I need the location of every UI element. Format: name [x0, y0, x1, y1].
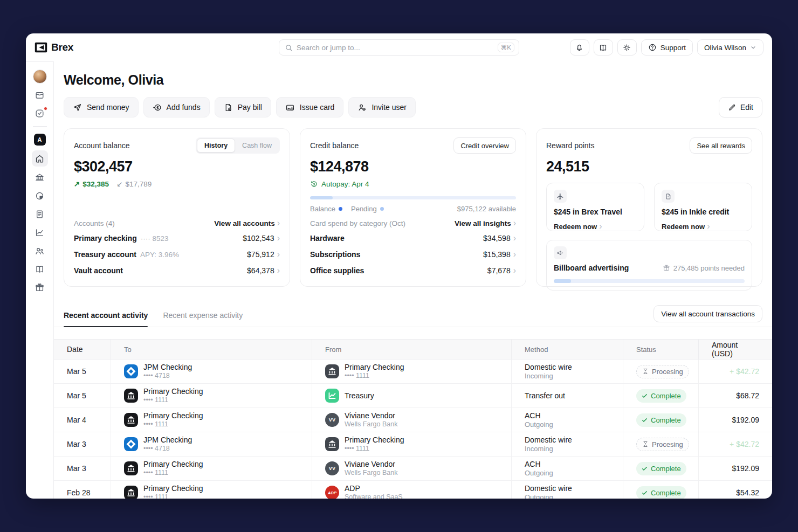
account-row-treasury[interactable]: Treasury account APY: 3.96% $75,912› — [74, 246, 280, 262]
sidebar-item-home[interactable] — [32, 150, 48, 167]
sidebar-item-avatar[interactable] — [32, 69, 48, 84]
accounts-count-label: Accounts (4) — [74, 219, 115, 227]
toggle-cashflow[interactable]: Cash flow — [235, 139, 279, 153]
cell-date: Mar 3 — [54, 457, 111, 480]
check-icon — [642, 490, 648, 496]
person-plus-icon — [357, 103, 367, 112]
check-icon — [642, 393, 648, 399]
view-all-insights-link[interactable]: View all insights› — [455, 219, 516, 227]
notifications-button[interactable] — [570, 39, 589, 56]
sidebar-item-banking[interactable] — [32, 170, 48, 185]
check-icon — [642, 466, 648, 472]
credit-balance-title: Credit balance — [310, 141, 359, 150]
issue-card-button[interactable]: Issue card — [276, 97, 344, 118]
question-circle-icon — [648, 43, 657, 52]
sidebar-item-rewards[interactable] — [32, 280, 48, 295]
search-input[interactable] — [297, 44, 494, 52]
home-icon — [35, 154, 45, 164]
col-amount: Amount (USD) — [698, 340, 772, 359]
documentation-button[interactable] — [594, 39, 613, 56]
chevron-right-icon: › — [277, 266, 280, 275]
sidebar-item-insights[interactable] — [32, 225, 48, 240]
gift-icon — [663, 264, 670, 272]
account-row-vault[interactable]: Vault account $64,378› — [74, 262, 280, 279]
category-row-office-supplies[interactable]: Office supplies $7,678› — [310, 262, 516, 279]
reward-offer-brex-travel[interactable]: $245 in Brex Travel Redeem now› — [546, 183, 644, 231]
brex-logo-icon — [35, 42, 47, 53]
sidebar-item-bills[interactable] — [32, 206, 48, 222]
cell-amount: $192.09 — [698, 457, 772, 480]
sidebar-item-resources[interactable] — [32, 261, 48, 277]
balance-view-toggle: History Cash flow — [196, 137, 280, 154]
jpm-bank-icon — [124, 364, 138, 378]
balance-dot-icon — [339, 207, 342, 211]
credit-progress-bar — [310, 196, 516, 199]
book-open-icon — [35, 264, 45, 274]
invite-user-button[interactable]: Invite user — [348, 97, 416, 118]
redeem-now-link[interactable]: Redeem now› — [662, 222, 745, 231]
table-header: Date To From Method Status Amount (USD) — [54, 339, 772, 360]
reward-goal-billboard[interactable]: Billboard advertising 275,485 points nee… — [546, 240, 752, 291]
company-logo: A — [34, 134, 46, 146]
send-money-button[interactable]: Send money — [64, 97, 139, 118]
user-avatar — [33, 70, 47, 84]
credit-progress-fill — [310, 196, 333, 199]
search-bar[interactable]: ⌘K — [279, 39, 519, 56]
reward-offer-inkle-credit[interactable]: $245 in Inkle credit Redeem now› — [654, 183, 752, 231]
view-all-accounts-link[interactable]: View all accounts› — [214, 219, 280, 227]
hourglass-icon — [642, 368, 649, 375]
legend-pending-label: Pending — [351, 205, 377, 213]
toggle-history[interactable]: History — [197, 139, 235, 153]
table-row[interactable]: Mar 3 Primary Checking•••• 1111 VV Vivia… — [54, 457, 772, 481]
add-funds-button[interactable]: Add funds — [143, 97, 210, 118]
sidebar-item-company[interactable]: A — [32, 132, 48, 147]
table-row[interactable]: Mar 3 JPM Checking•••• 4718 Primary Chec… — [54, 432, 772, 457]
sidebar: A — [26, 61, 54, 499]
goal-progress-fill — [554, 279, 571, 283]
status-badge-processing: Procesing — [636, 365, 689, 378]
cell-date: Mar 5 — [54, 360, 111, 383]
line-chart-icon — [35, 227, 45, 238]
goal-title: Billboard advertising — [554, 264, 629, 272]
table-row[interactable]: Feb 28 Primary Checking•••• 1111 ADP ADP… — [54, 481, 772, 499]
view-all-transactions-button[interactable]: View all account transactions — [653, 305, 762, 322]
credit-balance-value: $124,878 — [310, 158, 516, 175]
sidebar-item-inbox[interactable] — [32, 87, 48, 102]
bank-building-icon — [325, 364, 339, 378]
category-row-hardware[interactable]: Hardware $34,598› — [310, 230, 516, 246]
cell-amount: $54.32 — [698, 481, 772, 499]
cell-amount: $192.09 — [698, 408, 772, 432]
pay-bill-button[interactable]: Pay bill — [215, 97, 271, 118]
see-all-rewards-button[interactable]: See all rewards — [690, 137, 752, 154]
user-menu-button[interactable]: Olivia Wilson — [697, 39, 763, 56]
edit-button[interactable]: Edit — [719, 97, 762, 118]
support-button[interactable]: Support — [641, 39, 693, 56]
status-badge-complete: Complete — [636, 389, 686, 403]
legend-balance-label: Balance — [310, 205, 335, 213]
col-from: From — [312, 340, 511, 359]
table-row[interactable]: Mar 5 JPM Checking•••• 4718 Primary Chec… — [54, 360, 772, 384]
sidebar-item-tasks[interactable] — [32, 106, 48, 121]
chevron-right-icon: › — [513, 234, 516, 243]
credit-overview-button[interactable]: Credit overview — [453, 137, 516, 154]
tab-recent-account-activity[interactable]: Recent account activity — [64, 311, 148, 327]
cell-date: Mar 4 — [54, 408, 111, 432]
inflow-value: $32,385 — [82, 180, 109, 188]
invite-user-label: Invite user — [372, 103, 407, 112]
sidebar-item-team[interactable] — [32, 243, 48, 258]
points-needed-label: 275,485 points needed — [673, 264, 745, 272]
table-row[interactable]: Mar 4 Primary Checking•••• 1111 VV Vivia… — [54, 408, 772, 432]
quick-actions: Send money Add funds Pay bill Issue card — [64, 97, 762, 118]
ai-assistant-button[interactable] — [617, 39, 637, 56]
tab-recent-expense-activity[interactable]: Recent expense activity — [163, 311, 243, 327]
category-row-subscriptions[interactable]: Subscriptions $15,398› — [310, 246, 516, 262]
table-row[interactable]: Mar 5 Primary Checking•••• 1111 Treasury… — [54, 384, 772, 408]
account-row-primary-checking[interactable]: Primary checking ···· 8523 $102,543› — [74, 230, 280, 246]
cell-date: Mar 5 — [54, 384, 111, 407]
hourglass-icon — [642, 441, 649, 447]
redeem-now-link[interactable]: Redeem now› — [554, 222, 637, 231]
sidebar-item-spend[interactable] — [32, 188, 48, 203]
notification-dot — [44, 107, 47, 110]
chevron-right-icon: › — [513, 219, 516, 227]
card-plus-icon — [285, 103, 295, 112]
